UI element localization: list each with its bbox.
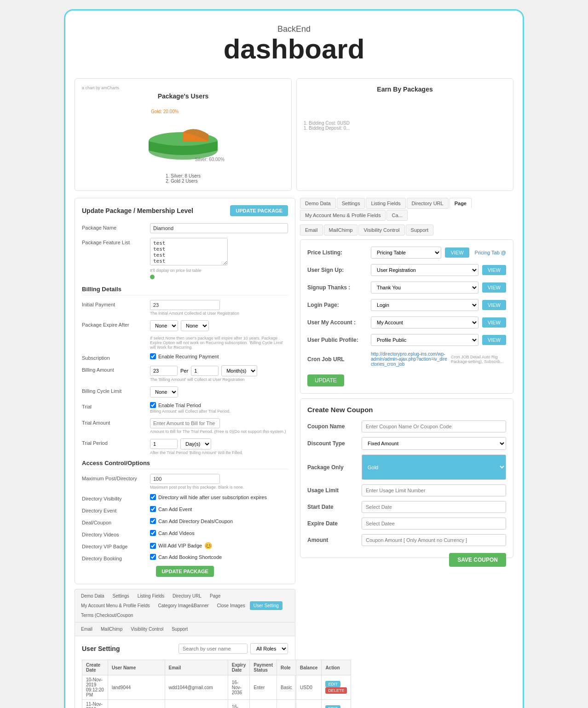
trial-checkbox[interactable] (150, 402, 156, 408)
signup-thanks-select[interactable]: Thank You (371, 282, 478, 294)
cell-status: Enter (250, 675, 277, 700)
package-only-select[interactable]: Gold (362, 455, 506, 480)
tab-support[interactable]: Support (406, 224, 434, 236)
discount-type-select[interactable]: Fixed Amount Percentage (362, 437, 506, 450)
user-account-select[interactable]: My Account (371, 317, 478, 328)
cell-email: wdd1044@gmail.com (165, 675, 228, 700)
dir-vip-row: Directory VIP Badge Will Add VIP Badge 😊 (82, 542, 288, 549)
save-coupon-button[interactable]: SAVE COUPON (449, 553, 506, 567)
bottom-tab-support[interactable]: Support (168, 625, 191, 633)
tab-account-menu[interactable]: My Account Menu & Profile Fields (300, 210, 386, 221)
trial-period-select[interactable]: Day(s) (180, 438, 211, 449)
tab-directory-url[interactable]: Directory URL (407, 198, 449, 209)
billing-cycle-row: Billing Cycle Limit None (82, 386, 288, 397)
th-create-date: Create Date (82, 660, 108, 675)
bottom-section: Demo Data Settings Listing Fields Direct… (75, 589, 295, 708)
legend-item-2: 2. Gold 2 Users (166, 178, 201, 184)
login-page-label: Login Page: (307, 302, 367, 308)
amount-row: Amount (307, 534, 506, 546)
initial-payment-input[interactable] (150, 300, 220, 310)
max-post-hint: Maximum post post by this package. Blank… (150, 485, 288, 489)
tab-page[interactable]: Page (450, 198, 472, 209)
cell-username: land9044 (108, 675, 165, 700)
billing-cycle-label: Billing Cycle Limit (82, 386, 146, 394)
dir-videos-checkbox[interactable] (150, 530, 156, 536)
bottom-tab-close-images[interactable]: Close Images (213, 601, 249, 610)
user-signup-select[interactable]: User Registration (371, 264, 478, 276)
bottom-tab-terms[interactable]: Terms (Checkout/Coupon (77, 611, 137, 620)
update-button[interactable]: UPDATE (307, 374, 344, 386)
trial-amount-input[interactable] (150, 418, 220, 428)
signup-thanks-view-button[interactable]: VIEW (482, 282, 506, 293)
package-feature-textarea[interactable]: test test test test (150, 238, 228, 265)
update-package-button-top[interactable]: UPDATE PACKAGE (230, 205, 288, 216)
billing-month-select[interactable]: Month(s) (221, 365, 257, 376)
billing-interval-input[interactable] (191, 366, 219, 376)
trial-period-input[interactable] (150, 439, 178, 449)
subscription-checkbox[interactable] (150, 353, 156, 359)
amount-input[interactable] (362, 534, 506, 546)
bottom-tab-settings[interactable]: Settings (109, 592, 133, 600)
signup-thanks-row: Signup Thanks : Thank You VIEW (307, 282, 506, 294)
dir-visibility-check-label: Directory will hide after user subscript… (158, 495, 267, 500)
bottom-tab-page[interactable]: Page (206, 592, 224, 600)
deal-coupon-checkbox[interactable] (150, 518, 156, 524)
login-page-view-button[interactable]: VIEW (482, 300, 506, 310)
bottom-tab-category[interactable]: Category Image&Banner (155, 601, 213, 610)
tab-listing-fields[interactable]: Listing Fields (366, 198, 405, 209)
tab-mailchimp[interactable]: MailChimp (324, 224, 358, 236)
billing-per-label: Per (180, 368, 188, 374)
dir-event-checkbox[interactable] (150, 506, 156, 512)
price-listing-view-button[interactable]: VIEW (445, 248, 469, 258)
start-date-input[interactable] (362, 501, 506, 513)
bottom-tab-account-menu[interactable]: My Account Menu & Profile Fields (77, 601, 154, 610)
cell-date: 11-Nov-2019 02:17:16 AM (82, 700, 108, 708)
dir-booking-checkbox[interactable] (150, 554, 156, 560)
chart-right-note1: 1. Bidding Cost: 0USD (304, 121, 506, 126)
billing-amount-input[interactable] (150, 366, 178, 376)
expire-select-1[interactable]: None (150, 320, 178, 331)
tab-visibility[interactable]: Visibility Control (358, 224, 404, 236)
tab-email[interactable]: Email (300, 224, 323, 236)
login-page-select[interactable]: Login (371, 299, 478, 311)
tab-demo-data[interactable]: Demo Data (300, 198, 336, 209)
expire-select-2[interactable]: None (181, 320, 209, 331)
dir-visibility-checkbox[interactable] (150, 494, 156, 500)
user-setting-title: User Setting (82, 645, 120, 652)
user-search-input[interactable] (179, 644, 248, 654)
user-profile-view-button[interactable]: VIEW (482, 335, 506, 345)
initial-payment-row: Initial Payment The Initial Amount Colle… (82, 300, 288, 316)
price-listing-select[interactable]: Pricing Table (371, 247, 441, 259)
max-post-input[interactable] (150, 474, 220, 484)
user-profile-select[interactable]: Profile Public (371, 334, 478, 346)
bottom-tab-listing-fields[interactable]: Listing Fields (134, 592, 168, 600)
right-panel: Demo Data Settings Listing Fields Direct… (300, 198, 513, 708)
bottom-tab-visibility[interactable]: Visibility Control (127, 625, 167, 633)
bottom-tab-user-setting[interactable]: User Setting (250, 601, 282, 610)
tab-ca[interactable]: Ca... (386, 210, 407, 221)
tab-settings[interactable]: Settings (337, 198, 365, 209)
bottom-tab-mailchimp[interactable]: MailChimp (97, 625, 126, 633)
dir-vip-checkbox[interactable] (150, 543, 156, 549)
signup-thanks-label: Signup Thanks : (307, 284, 367, 291)
login-page-row: Login Page: Login VIEW (307, 299, 506, 311)
update-package-button-bottom[interactable]: UPDATE PACKAGE (156, 566, 214, 577)
bottom-tab-email[interactable]: Email (77, 625, 96, 633)
access-control-title: Access Control/Options (82, 460, 288, 469)
header-subtitle: BackEnd (75, 24, 513, 34)
bottom-tabs-bar2: Email MailChimp Visibility Control Suppo… (75, 622, 295, 636)
amount-label: Amount (307, 537, 358, 543)
subscription-row: Subscription Enable Recurring Payment (82, 353, 288, 361)
bottom-tab-demo-data[interactable]: Demo Data (77, 592, 108, 600)
package-name-input[interactable] (150, 223, 288, 233)
bottom-tab-directory-url[interactable]: Directory URL (169, 592, 205, 600)
coupon-name-row: Coupon Name (307, 420, 506, 432)
user-account-view-button[interactable]: VIEW (482, 317, 506, 328)
coupon-name-input[interactable] (362, 420, 506, 432)
user-signup-view-button[interactable]: VIEW (482, 265, 506, 275)
billing-cycle-select[interactable]: None (150, 386, 178, 397)
usage-limit-input[interactable] (362, 484, 506, 496)
role-filter-select[interactable]: All Roles Admin User (250, 643, 288, 654)
cell-date: 10-Nov-2019 09:12:20 PM (82, 675, 108, 700)
expire-date-input[interactable] (362, 518, 506, 530)
